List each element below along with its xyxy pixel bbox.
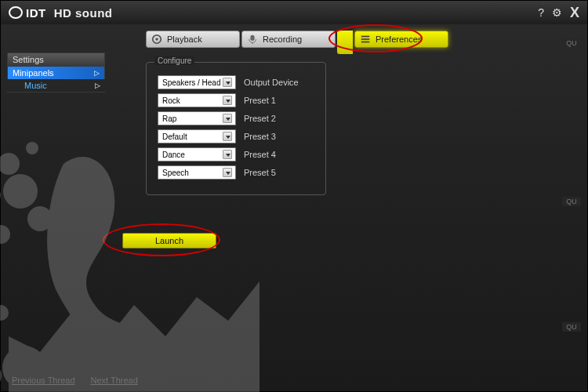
configure-panel: Configure Speakers / Head Output Device …	[146, 62, 326, 195]
preset-1-select[interactable]: Rock	[158, 93, 236, 107]
tab-preferences-accent	[337, 31, 353, 54]
svg-line-17	[154, 352, 216, 392]
app-title: HD sound	[54, 6, 113, 20]
config-label: Preset 2	[244, 114, 276, 123]
svg-point-12	[27, 206, 53, 231]
svg-point-9	[0, 187, 1, 203]
chevron-right-icon: ▷	[94, 69, 100, 77]
tab-label: Preferences	[376, 34, 422, 44]
select-value: Speakers / Head	[162, 78, 221, 87]
svg-point-1	[155, 38, 158, 41]
close-button[interactable]: X	[570, 5, 579, 21]
app-window: IDT HD sound ? ⚙ X Playback Recording	[0, 0, 588, 392]
svg-line-14	[118, 352, 181, 392]
prev-thread-link[interactable]: Previous Thread	[12, 376, 75, 385]
side-badge: QU	[562, 322, 581, 332]
preset-5-select[interactable]: Speech	[158, 165, 236, 180]
svg-point-23	[53, 388, 74, 392]
svg-point-11	[0, 225, 10, 244]
chevron-down-icon	[223, 150, 232, 159]
svg-rect-6	[361, 42, 370, 43]
svg-point-21	[0, 305, 9, 321]
footer-links: Previous Thread Next Thread	[12, 376, 138, 385]
preset-4-select[interactable]: Dance	[158, 147, 236, 162]
help-button[interactable]: ?	[538, 6, 544, 19]
playback-icon	[151, 34, 162, 45]
output-device-select[interactable]: Speakers / Head	[158, 75, 236, 89]
chevron-down-icon	[223, 132, 232, 141]
button-label: Launch	[155, 236, 183, 245]
config-row: Dance Preset 4	[158, 147, 314, 162]
svg-point-7	[0, 153, 20, 175]
sidebar-item-minipanels[interactable]: Minipanels ▷	[7, 66, 105, 79]
mic-icon	[247, 34, 258, 45]
preset-3-select[interactable]: Default	[158, 129, 236, 143]
tab-preferences[interactable]: Preferences	[354, 31, 448, 48]
tab-strip: Playback Recording Preferences	[146, 31, 448, 54]
settings-gear-icon[interactable]: ⚙	[552, 6, 562, 19]
chevron-right-icon: ▷	[95, 82, 100, 89]
chevron-down-icon	[223, 78, 232, 87]
config-row: Rap Preset 2	[158, 111, 314, 125]
config-label: Output Device	[244, 78, 299, 87]
svg-point-8	[26, 142, 38, 154]
chevron-down-icon	[223, 168, 232, 177]
svg-rect-5	[361, 38, 370, 40]
config-row: Rock Preset 1	[158, 93, 314, 107]
svg-rect-2	[250, 35, 254, 41]
tab-label: Recording	[263, 34, 302, 44]
launch-button[interactable]: Launch	[122, 233, 216, 249]
svg-line-18	[165, 352, 228, 392]
side-badge: QU	[562, 197, 581, 206]
svg-line-19	[177, 352, 240, 392]
brand-name: IDT	[26, 6, 46, 20]
config-row: Speech Preset 5	[158, 165, 314, 180]
svg-line-15	[130, 352, 193, 392]
chevron-down-icon	[223, 96, 232, 105]
tab-label: Playback	[167, 34, 202, 44]
panel-legend: Configure	[154, 56, 194, 65]
sidebar-item-label: Settings	[13, 55, 44, 64]
sidebar-item-settings[interactable]: Settings	[7, 53, 105, 66]
select-value: Rap	[162, 114, 176, 123]
select-value: Speech	[162, 169, 189, 177]
svg-line-16	[142, 352, 205, 392]
preferences-icon	[360, 34, 371, 45]
sidebar-item-label: Music	[24, 81, 47, 90]
next-thread-link[interactable]: Next Thread	[91, 376, 138, 385]
logo-icon	[9, 6, 23, 19]
select-value: Rock	[162, 96, 180, 105]
config-label: Preset 5	[244, 168, 276, 177]
tab-playback[interactable]: Playback	[146, 31, 240, 48]
tab-recording[interactable]: Recording	[241, 31, 336, 48]
chevron-down-icon	[223, 114, 232, 123]
config-row: Default Preset 3	[158, 129, 314, 143]
sidebar: Settings Minipanels ▷ Music ▷	[7, 53, 105, 93]
side-badge: QU	[562, 38, 581, 48]
window-controls: ? ⚙ X	[538, 5, 579, 21]
brand-logo: IDT	[9, 6, 46, 20]
title-bar: IDT HD sound ? ⚙ X	[1, 1, 587, 24]
svg-point-10	[3, 174, 38, 209]
select-value: Dance	[162, 151, 185, 159]
sidebar-item-label: Minipanels	[13, 68, 54, 78]
svg-rect-4	[361, 36, 370, 38]
svg-line-20	[189, 352, 252, 392]
sidebar-item-music[interactable]: Music ▷	[7, 79, 105, 93]
config-label: Preset 3	[244, 132, 276, 141]
svg-point-24	[0, 363, 2, 388]
config-label: Preset 1	[244, 96, 276, 105]
preset-2-select[interactable]: Rap	[158, 111, 236, 125]
config-label: Preset 4	[244, 150, 276, 159]
select-value: Default	[162, 132, 187, 141]
config-row: Speakers / Head Output Device	[158, 75, 314, 89]
